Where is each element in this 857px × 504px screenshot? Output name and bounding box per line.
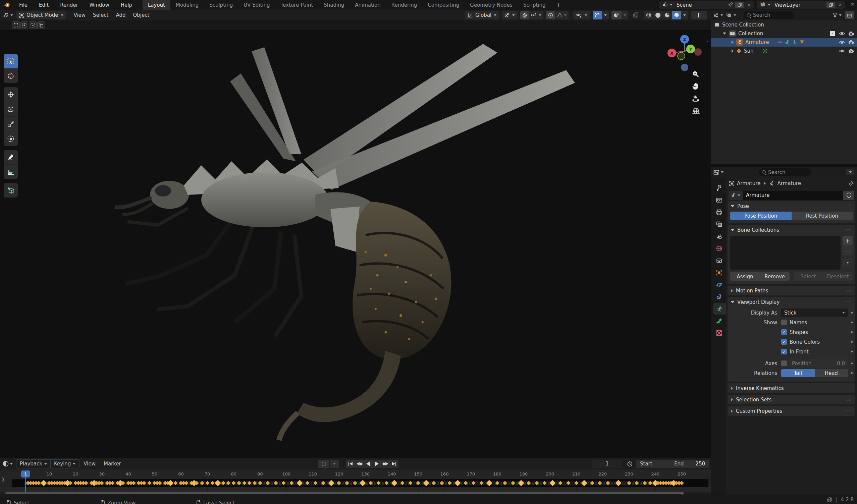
properties-tab-texture[interactable] xyxy=(712,327,726,339)
tool-annotate-button[interactable] xyxy=(4,150,18,165)
select-mode-subtract-icon[interactable] xyxy=(29,21,37,29)
panel-grip-icon[interactable]: :::: xyxy=(846,398,852,401)
panel-grip-icon[interactable]: :::: xyxy=(846,289,852,292)
properties-tab-physics[interactable] xyxy=(712,279,726,290)
properties-search-input[interactable]: Search xyxy=(759,168,811,176)
keyframe-diamond[interactable] xyxy=(337,481,341,485)
keyframe-diamond[interactable] xyxy=(574,481,578,485)
panel-motion-paths-header[interactable]: Motion Paths :::: xyxy=(727,286,855,296)
show-gizmo-toggle[interactable] xyxy=(593,11,602,19)
shading-material-button[interactable] xyxy=(662,11,672,19)
timeline-menu-keying[interactable]: Keying xyxy=(51,460,79,468)
jump-to-start-button[interactable] xyxy=(346,460,355,468)
panel-pose-header[interactable]: Pose :::: xyxy=(727,201,855,211)
viewlayer-remove-button[interactable]: ✕ xyxy=(837,2,844,7)
keyframe-diamond[interactable] xyxy=(518,480,524,486)
timeline-scrollbar[interactable] xyxy=(0,492,711,494)
properties-tab-view-layer[interactable] xyxy=(712,219,726,230)
keyframe-diamond[interactable] xyxy=(679,481,684,485)
relations-head-button[interactable]: Head xyxy=(815,369,848,377)
keyframe-diamond[interactable] xyxy=(391,480,398,486)
workspace-tab-layout[interactable]: Layout xyxy=(142,0,170,10)
hide-in-viewport-toggle[interactable] xyxy=(839,40,845,44)
viewlayer-copy-button[interactable] xyxy=(826,2,835,8)
expander-closed-icon[interactable] xyxy=(732,49,734,53)
toggle-perspective-grid-icon[interactable] xyxy=(691,106,701,116)
outliner-search-input[interactable]: Search xyxy=(744,12,794,19)
hide-in-viewport-toggle[interactable] xyxy=(839,32,845,36)
animate-dot-icon[interactable] xyxy=(851,341,853,343)
keyframe-diamond[interactable] xyxy=(448,481,452,485)
outliner-row-scene-collection[interactable]: Scene Collection xyxy=(711,20,857,29)
axes-position-field[interactable]: Position 0.0 xyxy=(789,359,848,368)
use-preview-range-toggle[interactable] xyxy=(624,460,635,468)
timeline-menu-marker[interactable]: Marker xyxy=(100,460,125,468)
keyframe-diamond[interactable] xyxy=(100,481,104,485)
workspace-tab-sculpting[interactable]: Sculpting xyxy=(204,0,238,10)
outliner-display-mode-button[interactable] xyxy=(713,13,723,18)
breadcrumb-object[interactable]: Armature xyxy=(737,180,760,186)
keyframe-diamond[interactable] xyxy=(167,480,173,486)
shading-wireframe-button[interactable] xyxy=(644,11,653,19)
tool-cursor-button[interactable] xyxy=(4,69,18,83)
keyframe-diamond[interactable] xyxy=(558,481,563,485)
expander-closed-icon[interactable] xyxy=(732,40,734,44)
keyframe-band[interactable] xyxy=(12,479,708,487)
pin-icon[interactable] xyxy=(848,181,854,186)
timeline-editor-type-button[interactable] xyxy=(3,461,13,467)
topbar-menu-window[interactable]: Window xyxy=(84,0,115,10)
keyframe-diamond[interactable] xyxy=(132,481,136,485)
expander-open-icon[interactable] xyxy=(723,33,726,35)
auto-keying-toggle[interactable] xyxy=(318,460,330,468)
panel-header[interactable]: Selection Sets:::: xyxy=(727,395,855,404)
panel-grip-icon[interactable]: :::: xyxy=(846,387,852,390)
scene-copy-button[interactable] xyxy=(735,2,744,8)
blender-logo-icon[interactable] xyxy=(0,2,13,8)
topbar-menu-file[interactable]: File xyxy=(13,0,33,10)
transform-orientation-selector[interactable]: Global xyxy=(465,11,499,19)
bone-collections-list[interactable] xyxy=(730,236,841,270)
topbar-menu-help[interactable]: Help xyxy=(115,0,138,10)
tool-add-cube-button[interactable] xyxy=(4,183,18,198)
viewlayer-selector[interactable]: ViewLayer ✕ xyxy=(757,1,845,9)
channel-expand-arrow[interactable]: ❯ xyxy=(1,477,5,482)
animate-dot-icon[interactable] xyxy=(851,351,853,352)
timeline-editor[interactable]: 1020304050607080901001101201301401501601… xyxy=(0,469,711,494)
scene-selector[interactable]: Scene ✕ xyxy=(659,1,754,9)
xray-toggle[interactable] xyxy=(631,11,641,19)
add-workspace-button[interactable]: + xyxy=(551,0,566,10)
tool-transform-button[interactable] xyxy=(4,132,18,146)
select-mode-new-icon[interactable] xyxy=(12,21,20,29)
play-reverse-button[interactable] xyxy=(364,460,372,468)
show-overlays-toggle[interactable] xyxy=(611,11,622,19)
rest-position-button[interactable]: Rest Position xyxy=(792,212,853,220)
bone-collection-specials-menu[interactable] xyxy=(843,258,853,267)
animate-dot-icon[interactable] xyxy=(851,312,853,314)
pin-icon[interactable] xyxy=(728,2,733,8)
shading-solid-button[interactable] xyxy=(653,11,662,19)
keyframe-diamond[interactable] xyxy=(158,481,162,485)
snap-target-selector[interactable] xyxy=(529,11,543,19)
pose-position-button[interactable]: Pose Position xyxy=(730,212,792,220)
workspace-tab-scripting[interactable]: Scripting xyxy=(518,0,551,10)
properties-tab-output[interactable] xyxy=(712,206,726,218)
properties-tab-constraints[interactable] xyxy=(712,291,726,302)
keyframe-diamond[interactable] xyxy=(205,481,209,485)
mode-selector[interactable]: Object Mode xyxy=(16,11,66,19)
animate-dot-icon[interactable] xyxy=(851,372,853,374)
bone-collection-select-button[interactable]: Select xyxy=(794,272,823,281)
disable-in-renders-toggle[interactable] xyxy=(848,49,854,53)
panel-grip-icon[interactable]: :::: xyxy=(846,300,852,304)
workspace-tab-uv-editing[interactable]: UV Editing xyxy=(238,0,275,10)
properties-tab-bone[interactable] xyxy=(712,315,726,326)
workspace-tab-shading[interactable]: Shading xyxy=(318,0,350,10)
display-as-dropdown[interactable]: Stick xyxy=(781,308,848,317)
properties-editor-type-button[interactable] xyxy=(713,170,723,175)
viewport-3d[interactable]: Options ‹ Z Y X xyxy=(0,20,711,458)
fake-user-shield-button[interactable] xyxy=(843,191,854,200)
checkbox-names[interactable] xyxy=(781,320,787,325)
keyframe-diamond[interactable] xyxy=(408,481,413,485)
workspace-tab-geometry-nodes[interactable]: Geometry Nodes xyxy=(465,0,518,10)
checkbox-shapes[interactable] xyxy=(781,329,787,335)
viewport-menu-select[interactable]: Select xyxy=(89,12,112,18)
